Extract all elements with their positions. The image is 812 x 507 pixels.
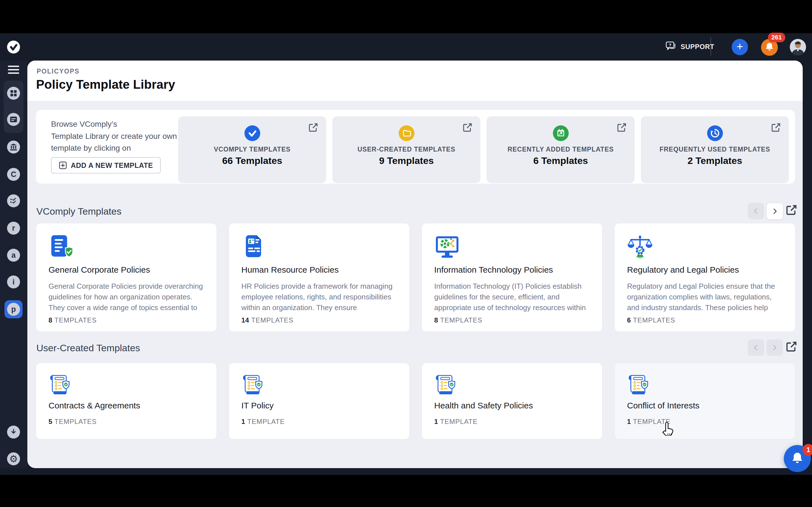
vcomply-prev-button[interactable] [748,203,764,219]
scroll-shield-icon [627,374,651,399]
template-card-description: General Corporate Policies provide overa… [49,281,205,313]
sidebar-item-institution[interactable] [7,140,20,154]
sidebar-item-downloads[interactable] [7,426,20,439]
external-link-icon[interactable] [308,122,318,134]
template-card-title: Health and Safety Policies [434,401,533,410]
support-icon: ? [665,41,676,52]
sidebar-item-c-app[interactable]: C [7,168,20,181]
template-count: 1 TEMPLATE [241,418,285,426]
stat-card-frequently-used-templates[interactable]: FREQUENTLY USED TEMPLATES 2 Templates [641,116,789,183]
template-card-information-technology-policies[interactable]: Information Technology Policies Informat… [421,223,603,332]
add-template-label: ADD A NEW TEMPLATE [71,161,153,170]
stat-card-user-created-templates[interactable]: USER-CREATED TEMPLATES 9 Templates [333,116,480,183]
template-count: 5 TEMPLATES [49,418,97,426]
support-label: SUPPORT [680,43,714,51]
external-link-icon[interactable] [771,122,781,134]
grid-icon [10,90,17,97]
vcomply-expand-button[interactable] [785,204,797,217]
sidebar-item-settings[interactable]: ⚙ [7,452,20,465]
template-card-title: Contracts & Agreements [49,401,140,410]
stat-card-vcomply-templates[interactable]: VCOMPLY TEMPLATES 66 Templates [178,116,326,183]
monitor-gear-icon [434,234,460,261]
document-shield-icon [49,234,74,261]
breadcrumb: POLICYOPS [37,68,80,75]
template-card-title: Conflict of Interests [627,401,700,410]
bell-icon [765,42,774,53]
sidebar-item-tasks[interactable] [7,194,20,207]
stat-count: 6 Templates [487,155,635,166]
notification-count-badge: 261 [768,33,785,42]
chevron-right-icon [771,208,778,215]
add-template-button[interactable]: ADD A NEW TEMPLATE [51,157,161,173]
page-title: Policy Template Library [36,77,175,92]
plus-icon: + [737,40,743,53]
section-title-vcomply-templates: VComply Templates [36,206,121,217]
template-card-description: HR Policies provide a framework for mana… [241,281,398,313]
scroll-shield-icon [241,374,265,399]
vcomply-logo [7,40,20,54]
template-card-title: Human Resource Policies [241,265,339,275]
sidebar-item-apps[interactable] [7,87,20,100]
template-card-title: Regulatory and Legal Policies [627,265,739,275]
user-avatar[interactable] [790,39,806,55]
user-template-card-health-and-safety-policies[interactable]: Health and Safety Policies 1 TEMPLATE [421,363,603,439]
user-next-button[interactable] [766,339,783,356]
sidebar-item-a-app[interactable]: a [7,249,20,262]
external-link-icon[interactable] [617,122,627,134]
external-link-icon [785,341,797,353]
section-title-user-created-templates: User-Created Templates [36,342,140,353]
stat-card-recently-added-templates[interactable]: RECENTLY ADDED TEMPLATES 6 Templates [487,116,635,183]
main-panel: POLICYOPS Policy Template Library Browse… [28,61,803,468]
mouse-cursor-icon [661,421,676,437]
stat-count: 2 Templates [641,155,789,166]
template-card-regulatory-and-legal-policies[interactable]: Regulatory and Legal Policies Regulatory… [614,223,795,332]
template-card-description: Regulatory and Legal Policies ensure tha… [627,281,784,313]
board-icon [10,116,17,123]
sidebar-item-i-app[interactable]: i [7,276,20,288]
stat-label: VCOMPLY TEMPLATES [178,146,326,153]
vcomply-next-button[interactable] [766,203,783,220]
clock-history-icon [707,125,723,142]
stat-label: RECENTLY ADDED TEMPLATES [487,146,635,153]
scales-icon [627,234,653,261]
scroll-shield-icon [49,374,72,399]
user-template-card-it-policy[interactable]: IT Policy 1 TEMPLATE [229,363,410,439]
plus-square-icon [59,161,67,169]
chevron-left-icon [753,344,759,351]
vcomply-check-icon [245,125,260,142]
template-card-human-resource-policies[interactable]: Human Resource Policies HR Policies prov… [229,223,410,332]
sidebar-item-boards[interactable] [7,113,20,126]
chevron-left-icon [753,208,759,214]
template-card-description: Information Technology (IT) Policies est… [434,281,591,313]
template-card-title: General Corporate Policies [49,265,150,275]
id-document-icon [241,234,267,261]
sidebar-item-policyops-active[interactable]: p [4,300,22,318]
calendar-add-icon [553,125,569,142]
user-template-card-conflict-of-interests[interactable]: Conflict of Interests 1 TEMPLATE [614,363,795,439]
bank-icon [10,144,17,151]
bottom-strip [0,475,812,507]
template-count: 6 TEMPLATES [627,316,675,324]
checklist-icon [10,197,17,205]
template-count: 14 TEMPLATES [241,316,294,324]
chevron-right-icon [771,344,778,351]
download-icon [10,429,17,436]
template-card-title: IT Policy [241,401,273,410]
intro-text: Browse VComply’s Template Library or cre… [51,118,186,154]
topbar-divider [711,37,711,56]
user-template-card-contracts-agreements[interactable]: Contracts & Agreements 5 TEMPLATES [36,363,217,439]
bell-icon [791,452,804,466]
external-link-icon [785,204,797,216]
user-prev-button[interactable] [748,339,764,356]
create-new-button[interactable]: + [732,39,748,55]
floating-notification-count-badge: 1 [802,444,812,456]
support-button[interactable]: ? SUPPORT [665,39,714,55]
user-expand-button[interactable] [785,341,797,354]
external-link-icon[interactable] [462,122,472,134]
template-card-title: Information Technology Policies [434,265,553,275]
template-card-general-corporate-policies[interactable]: General Corporate Policies General Corpo… [36,223,217,332]
letter-a-icon: a [11,251,15,259]
letter-r-icon: r [12,224,15,232]
menu-toggle-icon[interactable] [8,66,19,75]
sidebar-item-r-app[interactable]: r [7,222,20,235]
